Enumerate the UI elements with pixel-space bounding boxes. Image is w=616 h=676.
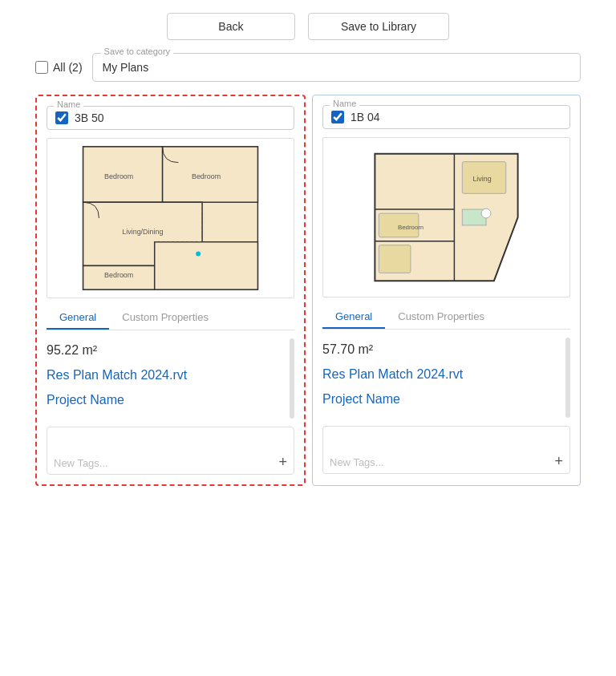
prop-project-2: Project Name [322, 392, 400, 406]
scrollbar-1[interactable] [290, 338, 294, 419]
tab-custom-properties-1[interactable]: Custom Properties [109, 306, 221, 330]
floor-plan-1: Bedroom Bedroom Living/Dining Bedroom [47, 138, 294, 298]
tabs-2: GeneralCustom Properties [322, 306, 570, 330]
cards-container: Name 3B 50 Bedroom Bedroom Living/Dining… [35, 95, 581, 486]
name-float-label-1: Name [54, 99, 83, 109]
properties-scroll-1: 95.22 m²Res Plan Match 2024.rvtProject N… [47, 338, 294, 419]
name-group-1: Name 3B 50 [47, 106, 294, 130]
prop-address-2: Enter address here [322, 416, 432, 418]
add-tag-button-2[interactable]: + [554, 454, 563, 468]
tab-custom-properties-2[interactable]: Custom Properties [385, 306, 497, 329]
save-to-category-field[interactable]: Save to category My Plans [92, 53, 581, 82]
floor-plan-2: Living Bedroom [322, 137, 570, 298]
category-float-label: Save to category [101, 47, 174, 56]
prop-area-value-2: 57.70 m² [322, 342, 373, 356]
prop-area-value-1: 95.22 m² [47, 343, 97, 357]
tab-general-1[interactable]: General [47, 306, 109, 330]
svg-point-21 [481, 208, 491, 218]
category-value: My Plans [103, 61, 149, 74]
back-button[interactable]: Back [167, 13, 295, 40]
category-row: All (2) Save to category My Plans [35, 53, 581, 82]
tags-area-1: New Tags... + [47, 427, 294, 475]
plan-card-1: Name 3B 50 Bedroom Bedroom Living/Dining… [35, 95, 306, 486]
save-to-library-button[interactable]: Save to Library [308, 13, 449, 40]
top-toolbar: Back Save to Library [13, 13, 603, 40]
svg-text:Living: Living [472, 175, 491, 183]
prop-file-1: Res Plan Match 2024.rvt [47, 368, 187, 382]
tabs-1: GeneralCustom Properties [47, 306, 294, 330]
card-checkbox-2[interactable] [331, 111, 344, 123]
prop-address-1: Enter address here [47, 417, 156, 419]
select-all-label: All (2) [53, 61, 83, 74]
svg-text:Bedroom: Bedroom [104, 271, 133, 279]
prop-project-1: Project Name [47, 393, 124, 407]
tags-placeholder-2: New Tags... [330, 456, 384, 468]
name-value-2: 1B 04 [351, 111, 380, 123]
card-checkbox-1[interactable] [55, 111, 68, 124]
svg-text:Living/Dining: Living/Dining [122, 228, 163, 236]
svg-text:Bedroom: Bedroom [104, 172, 133, 180]
tags-placeholder-1: New Tags... [54, 457, 108, 469]
name-value-1: 3B 50 [75, 111, 104, 124]
name-group-2: Name 1B 04 [322, 105, 570, 129]
scrollbar-2[interactable] [565, 338, 570, 418]
select-all-group: All (2) [35, 61, 83, 74]
svg-text:Bedroom: Bedroom [398, 224, 424, 231]
tab-general-2[interactable]: General [322, 306, 385, 329]
svg-rect-5 [155, 242, 258, 289]
svg-point-12 [196, 252, 201, 257]
prop-file-2: Res Plan Match 2024.rvt [322, 367, 463, 381]
svg-text:Bedroom: Bedroom [192, 172, 221, 180]
svg-rect-19 [379, 245, 411, 273]
name-float-label-2: Name [330, 99, 359, 108]
tags-area-2: New Tags... + [322, 426, 570, 474]
select-all-checkbox[interactable] [35, 61, 48, 74]
properties-scroll-2: 57.70 m²Res Plan Match 2024.rvtProject N… [322, 338, 570, 418]
plan-card-2: Name 1B 04 Living Bedroom GeneralCustom … [312, 95, 581, 486]
add-tag-button-1[interactable]: + [278, 455, 287, 469]
